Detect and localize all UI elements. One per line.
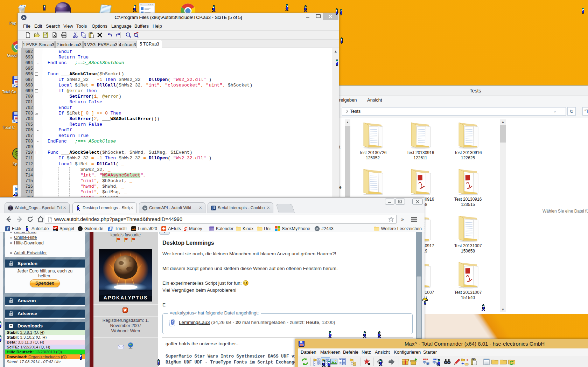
editor-scrollbar[interactable]: ▲ — [332, 48, 338, 199]
tab-close-icon[interactable]: ✕ — [62, 206, 67, 210]
download-row[interactable]: Download: OrganizeIncludes (Q) — [5, 354, 85, 359]
bookmark-lumia920[interactable]: xdaLumia920 — [131, 226, 157, 233]
scrollbar-thumb[interactable] — [500, 125, 506, 143]
folder-item[interactable]: Test 20131007151540 — [445, 260, 491, 300]
scroll-up-icon[interactable]: ▲ — [333, 49, 338, 54]
scite-menu-edit[interactable]: Edit — [34, 22, 42, 30]
scite-menu-view[interactable]: View — [63, 22, 73, 30]
ribbon-tab-freigeben[interactable]: Freigeben — [336, 96, 357, 105]
find-button[interactable] — [125, 32, 132, 38]
tc-folder-recycle-button[interactable] — [507, 357, 516, 366]
sidebar-link[interactable]: »Autolt Buch — [5, 232, 85, 235]
tc-clipboard-button[interactable] — [469, 357, 478, 366]
scite-menu-options[interactable]: Options — [92, 22, 107, 30]
scroll-up-icon[interactable]: ▲ — [345, 119, 350, 125]
collapse-icon[interactable] — [9, 324, 13, 328]
tc-panels-button[interactable] — [338, 357, 347, 366]
bookmark-kalender[interactable]: Kalender — [209, 226, 233, 233]
tc-menu-dateien[interactable]: Dateien — [301, 348, 316, 356]
tc-unpack-button[interactable] — [409, 357, 418, 366]
paste-button[interactable] — [88, 32, 94, 38]
tc-ftp-button[interactable]: FTP — [422, 357, 431, 366]
bookmark-trnsltr[interactable]: 文ATrnsltr — [108, 226, 127, 233]
more-bookmarks[interactable]: Weitere Lesezeichen — [374, 226, 422, 233]
tc-menu-netz[interactable]: Netz — [362, 348, 371, 356]
sidebar-link[interactable]: »AutoIt-Entwickler — [5, 250, 85, 256]
download-row[interactable]: Stabil: 3.3.8.1 (Q, H) — [5, 330, 85, 335]
bookmark-uni[interactable]: Uni — [257, 226, 271, 233]
folder-item[interactable]: Test 20130916122611 — [398, 120, 443, 160]
spenden-header[interactable]: Spenden — [5, 259, 85, 268]
browser-tab-3[interactable]: CommAPI - AutoIt Wiki ✕ — [139, 202, 205, 213]
signature-link[interactable]: Synthesizer — [237, 354, 266, 359]
adsense-header[interactable]: Adsense — [5, 310, 85, 318]
sidebar-link[interactable]: »Hilfe-Download — [5, 240, 85, 246]
bookmark-money[interactable]: SMoney — [182, 226, 202, 233]
desktop-icon-label[interactable]: Googl — [7, 53, 17, 57]
breadcrumb[interactable]: Tests — [350, 108, 360, 115]
refresh-button[interactable]: ↻ — [567, 107, 576, 116]
maximize-button[interactable] — [313, 13, 323, 20]
folder-item[interactable]: Test 20131007150658 — [445, 213, 491, 254]
tc-folder-button[interactable] — [499, 357, 508, 366]
bookmark-golem-de[interactable]: Golem.de — [77, 226, 103, 233]
reload-icon[interactable] — [26, 215, 34, 223]
fold-marker[interactable] — [35, 112, 38, 115]
tab-close-icon[interactable]: ✕ — [130, 206, 134, 210]
explorer-address-bar[interactable]: Tests ⌄ — [342, 107, 566, 116]
menu-hamburger-icon[interactable] — [410, 216, 418, 222]
tc-star-button[interactable] — [362, 357, 371, 366]
signature-link[interactable]: UDF - TrueType Fonts im Script — [195, 360, 273, 365]
download-row[interactable]: SciTE: 1/22/2014 (Q, H) — [5, 345, 85, 349]
folder-item[interactable] — [350, 167, 396, 202]
tc-menu-markieren[interactable]: Markieren — [320, 348, 341, 356]
scite-titlebar[interactable]: C:\Program Files (x86)\AutoIt3\Include\T… — [18, 13, 339, 22]
fold-marker[interactable] — [35, 89, 38, 92]
scrollbar-thumb[interactable] — [416, 276, 421, 338]
folder-item[interactable]: Test 20130916123515 — [445, 167, 491, 207]
tc-sync-button[interactable] — [460, 357, 469, 366]
browser-tab-1[interactable]: Watch_Dogs - Special Edit ✕ — [5, 202, 70, 213]
scite-tab-3[interactable]: 3 V2G_EVSE.au3 — [83, 41, 117, 48]
spenden-button[interactable]: Spenden — [30, 279, 60, 287]
tree-item-fragment[interactable]: e — [339, 185, 342, 190]
download-row[interactable]: Hilfe Deutsch: 12/23/2013 (Q) — [5, 349, 85, 354]
browser-tab-2[interactable]: Desktop Lemmings - Skrip ✕ — [72, 202, 137, 213]
desktop-icon-label[interactable]: Pap — [9, 21, 16, 25]
minimize-button[interactable] — [302, 13, 313, 20]
code-area[interactable]: EndIf Return TrueEndFunc ;==>_ASockShutd… — [42, 48, 332, 199]
open-doc-button[interactable] — [34, 32, 40, 38]
scite-tab-2[interactable]: 2 include.au3 — [55, 41, 83, 48]
overflow-chevron-icon[interactable]: » — [401, 216, 404, 222]
scite-menu-file[interactable]: File — [23, 22, 30, 30]
folder-item[interactable]: Test 20130726125052 — [350, 120, 396, 160]
url-bar[interactable]: www.autoit.de/index.php?page=Thread&thre… — [45, 215, 397, 224]
scite-menu-help[interactable]: Help — [153, 22, 162, 30]
browser-tab-4[interactable]: Serial Interrupts - Cookbo ✕ — [208, 202, 273, 213]
scite-menu-search[interactable]: Search — [46, 22, 60, 30]
cut-button[interactable] — [72, 32, 78, 38]
tree-item-fragment[interactable]: t — [339, 145, 340, 150]
fold-marker[interactable] — [35, 72, 38, 76]
downloads-header[interactable]: Downloads — [5, 322, 85, 330]
tc-menu-starter[interactable]: Starter — [423, 348, 437, 356]
website-icon[interactable] — [127, 344, 134, 350]
items-scrollbar[interactable]: ▲ ▼ — [500, 119, 506, 312]
signature-link[interactable]: BigNum UDF — [166, 360, 192, 365]
totalcmd-titlebar[interactable]: Max^ - Total Commander (x64) 8.01 - hse-… — [295, 339, 588, 348]
close-doc-button[interactable] — [51, 32, 58, 38]
tc-menu-befehle[interactable]: Befehle — [343, 348, 358, 356]
tc-arrow-right-button[interactable] — [387, 357, 396, 366]
tc-refresh-button[interactable] — [300, 357, 309, 366]
bookmark-spiegel[interactable]: SPONSpiegel — [52, 226, 74, 233]
amazon-header[interactable]: Amazon — [5, 297, 85, 305]
tc-binoculars-button[interactable] — [443, 357, 452, 366]
tab-close-icon[interactable]: ✕ — [198, 206, 203, 210]
forward-icon[interactable] — [15, 215, 24, 223]
tc-folder-button[interactable] — [490, 357, 499, 366]
copy-button[interactable] — [80, 32, 87, 38]
email-icon[interactable] — [117, 344, 125, 350]
bookmark-kinox[interactable]: Kinox — [236, 226, 253, 233]
new-tab-button[interactable] — [276, 204, 295, 213]
scite-tab-1[interactable]: 1 EVSE-Sim.au3 — [22, 41, 55, 48]
